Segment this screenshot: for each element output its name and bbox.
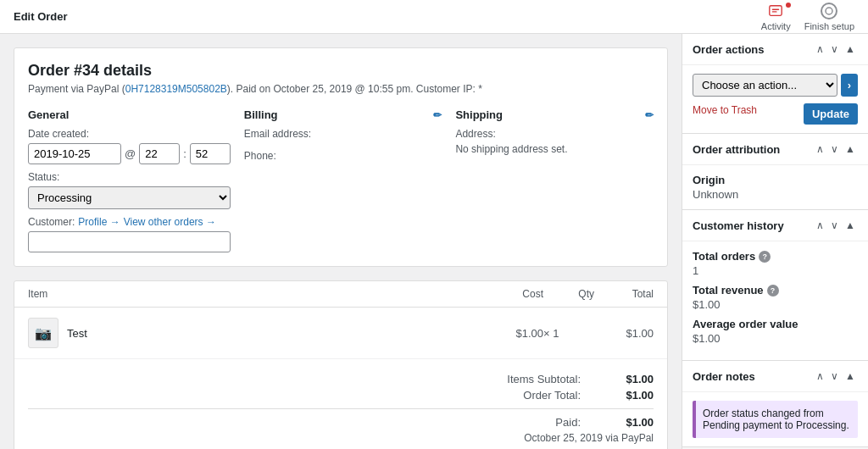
subtitle-prefix: Payment via PayPal (	[28, 83, 125, 95]
order-actions-title: Order actions	[693, 43, 765, 56]
totals-section: Items Subtotal: $1.00 Order Total: $1.00…	[14, 359, 667, 449]
total-revenue-label: Total revenue ?	[693, 284, 858, 297]
date-row: @ :	[28, 143, 231, 164]
minute-input[interactable]	[190, 143, 231, 164]
subtitle-suffix: ). Paid on October 25, 2019 @ 10:55 pm. …	[227, 83, 482, 95]
status-label: Status:	[28, 171, 231, 183]
date-input[interactable]	[28, 143, 121, 164]
action-select[interactable]: Choose an action...	[693, 74, 837, 97]
item-total: $1.00	[594, 327, 654, 340]
item-cost: $1.00	[476, 327, 543, 340]
paid-label: Paid:	[459, 416, 594, 429]
items-card: Item Cost Qty Total 📷 Test $1.00 × 1 $1.…	[14, 280, 668, 449]
hour-input[interactable]	[139, 143, 180, 164]
total-orders-value: 1	[693, 264, 858, 277]
order-grid: General Date created: @ : Status: Pro	[28, 108, 654, 252]
order-actions-collapse-btn[interactable]: ∧	[814, 42, 826, 56]
total-orders-label: Total orders ?	[693, 250, 858, 263]
finish-setup-button[interactable]: Finish setup	[804, 3, 854, 31]
customer-history-header: Customer history ∧ ∨ ▲	[682, 210, 868, 241]
move-to-trash-link[interactable]: Move to Trash	[693, 104, 757, 116]
action-row: Choose an action... ›	[693, 74, 858, 97]
view-orders-link[interactable]: View other orders →	[124, 216, 216, 228]
customer-search-input[interactable]	[28, 231, 231, 252]
order-total-row: Order Total: $1.00	[28, 389, 654, 402]
shipping-section-title: Shipping ✏	[455, 108, 654, 121]
top-bar: Edit Order Activity Finish setup	[0, 0, 868, 34]
paypal-link[interactable]: 0H7128319M505802B	[125, 83, 227, 95]
paid-value: $1.00	[594, 416, 654, 429]
subtotal-value: $1.00	[594, 373, 654, 385]
customer-history-collapse-btn[interactable]: ∧	[814, 219, 826, 232]
main-layout: Order #34 details Payment via PayPal (0H…	[0, 34, 868, 449]
total-orders-item: Total orders ? 1	[693, 250, 858, 277]
avg-order-label: Average order value	[693, 318, 858, 330]
action-go-button[interactable]: ›	[841, 74, 858, 97]
top-bar-actions: Activity Finish setup	[761, 0, 854, 34]
subtotal-row: Items Subtotal: $1.00	[28, 373, 654, 385]
total-orders-help-icon[interactable]: ?	[759, 251, 771, 263]
actions-footer: Move to Trash Update	[693, 103, 858, 125]
totals-divider	[28, 408, 654, 409]
finish-setup-icon	[821, 3, 837, 19]
email-label: Email address:	[244, 128, 442, 140]
status-select[interactable]: Processing	[28, 186, 231, 209]
total-revenue-help-icon[interactable]: ?	[767, 285, 779, 297]
shipping-edit-icon[interactable]: ✏	[645, 109, 654, 121]
paid-row: Paid: $1.00	[28, 416, 654, 429]
items-header: Item Cost Qty Total	[14, 281, 667, 308]
content-area: Order #34 details Payment via PayPal (0H…	[0, 34, 682, 449]
note-item: Order status changed from Pending paymen…	[693, 401, 858, 438]
address-label: Address:	[455, 128, 654, 140]
general-section-title: General	[28, 108, 231, 121]
customer-history-section: Customer history ∧ ∨ ▲ Total orders ? 1	[682, 210, 868, 361]
svg-rect-0	[770, 6, 782, 16]
order-notes-header: Order notes ∧ ∨ ▲	[682, 361, 868, 392]
address-none: No shipping address set.	[455, 143, 654, 155]
customer-label: Customer:	[28, 216, 75, 228]
total-revenue-item: Total revenue ? $1.00	[693, 284, 858, 311]
general-section: General Date created: @ : Status: Pro	[28, 108, 231, 252]
order-actions-header: Order actions ∧ ∨ ▲	[682, 34, 868, 65]
order-total-label: Order Total:	[459, 389, 594, 402]
customer-history-controls: ∧ ∨ ▲	[814, 219, 858, 232]
shipping-section: Shipping ✏ Address: No shipping address …	[455, 108, 654, 252]
order-attribution-controls: ∧ ∨ ▲	[814, 142, 858, 156]
order-notes-collapse-btn[interactable]: ∧	[814, 369, 826, 383]
page-title: Edit Order	[14, 10, 68, 23]
profile-link[interactable]: Profile →	[78, 216, 120, 228]
order-actions-toggle-btn[interactable]: ∨	[828, 42, 841, 56]
order-title: Order #34 details	[28, 62, 654, 80]
origin-value: Unknown	[693, 188, 858, 201]
customer-history-content: Total orders ? 1 Total revenue ? $1.00 A…	[682, 241, 868, 360]
order-total-value: $1.00	[594, 389, 654, 402]
order-attribution-pin-btn[interactable]: ▲	[843, 142, 858, 156]
col-item: Item	[28, 288, 476, 300]
order-notes-title: Order notes	[693, 370, 755, 383]
update-button[interactable]: Update	[804, 103, 858, 125]
avg-order-item: Average order value $1.00	[693, 318, 858, 345]
order-actions-pin-btn[interactable]: ▲	[843, 42, 858, 56]
activity-button[interactable]: Activity	[761, 3, 791, 31]
item-name-col: 📷 Test	[28, 318, 476, 348]
origin-label: Origin	[693, 174, 858, 186]
order-notes-toggle-btn[interactable]: ∨	[828, 369, 841, 383]
order-attribution-toggle-btn[interactable]: ∨	[828, 142, 841, 156]
date-label: Date created:	[28, 128, 231, 140]
billing-edit-icon[interactable]: ✏	[433, 109, 442, 121]
col-qty: Qty	[543, 288, 594, 300]
phone-label: Phone:	[244, 150, 442, 162]
order-notes-pin-btn[interactable]: ▲	[843, 369, 858, 383]
customer-history-toggle-btn[interactable]: ∨	[828, 219, 841, 232]
order-attribution-header: Order attribution ∧ ∨ ▲	[682, 134, 868, 165]
time-separator: :	[183, 147, 186, 160]
billing-section-title: Billing ✏	[244, 108, 442, 121]
customer-row: Customer: Profile → View other orders →	[28, 216, 231, 228]
order-notes-controls: ∧ ∨ ▲	[814, 369, 858, 383]
customer-history-pin-btn[interactable]: ▲	[843, 219, 858, 232]
payment-via: October 25, 2019 via PayPal	[28, 432, 654, 444]
col-total: Total	[594, 288, 654, 300]
customer-history-title: Customer history	[693, 219, 784, 232]
order-attribution-section: Order attribution ∧ ∨ ▲ Origin Unknown	[682, 134, 868, 210]
order-attribution-collapse-btn[interactable]: ∧	[814, 142, 826, 156]
